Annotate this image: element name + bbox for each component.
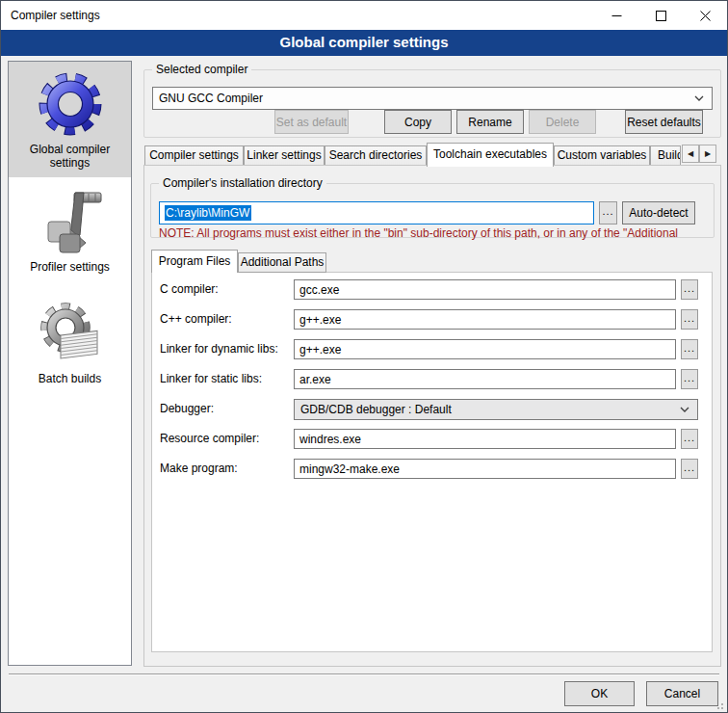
sidebar-item-label: Profiler settings [9,260,131,281]
program-files-tab-strip: Program Files Additional Paths [151,250,536,273]
maximize-button[interactable] [638,1,683,30]
c-compiler-value: gcc.exe [299,283,339,297]
close-button[interactable] [683,1,727,30]
sidebar-item-batch-builds[interactable]: Batch builds [9,285,131,405]
blue-gear-icon [36,69,105,139]
compiler-settings-dialog: Compiler settings Global compiler settin… [0,0,728,713]
minimize-button[interactable] [594,1,638,30]
linker-dynamic-label: Linker for dynamic libs: [160,342,278,356]
cpp-compiler-browse-button[interactable]: ... [681,309,698,330]
resource-compiler-browse-button[interactable]: ... [681,429,698,449]
sidebar-item-label: Batch builds [9,372,131,393]
selected-compiler-legend: Selected compiler [152,63,251,76]
linker-dynamic-browse-button[interactable]: ... [681,339,698,359]
tab-program-files[interactable]: Program Files [151,250,238,273]
selected-compiler-group: Selected compiler GNU GCC Compiler Set a… [143,69,721,138]
sidebar-item-profiler-settings[interactable]: Profiler settings [9,177,131,285]
chevron-down-icon [680,407,689,412]
footer-divider-highlight [9,674,719,675]
close-icon [700,11,711,21]
make-program-value: mingw32-make.exe [299,462,400,476]
c-compiler-browse-button[interactable]: ... [681,279,698,300]
ok-button[interactable]: OK [564,681,635,706]
window-title: Compiler settings [11,1,100,30]
cancel-button[interactable]: Cancel [646,681,718,706]
compiler-select-value: GNU GCC Compiler [159,92,263,105]
caliper-icon [36,187,105,256]
debugger-select[interactable]: GDB/CDB debugger : Default [294,399,698,420]
gear-stack-icon [36,299,105,368]
resource-compiler-value: windres.exe [299,433,361,446]
cpp-compiler-input[interactable]: g++.exe [294,309,676,330]
arrow-left-icon: ◀ [688,149,693,158]
resize-grip[interactable] [714,700,723,709]
tab-compiler-settings[interactable]: Compiler settings [144,145,244,166]
resource-compiler-input[interactable]: windres.exe [294,429,676,449]
tab-toolchain-executables[interactable]: Toolchain executables [427,143,554,167]
delete-button[interactable]: Delete [529,110,596,134]
reset-defaults-button[interactable]: Reset defaults [625,110,703,134]
install-dir-browse-button[interactable]: ... [599,201,617,224]
page-title: Global compiler settings [1,30,727,56]
settings-category-list: Global compiler settings Profiler settin… [8,61,132,666]
linker-dynamic-input[interactable]: g++.exe [294,339,676,359]
tab-scroll-left-button[interactable]: ◀ [682,145,699,163]
copy-button[interactable]: Copy [384,110,452,134]
c-compiler-input[interactable]: gcc.exe [294,279,676,300]
chevron-down-icon [694,95,704,101]
settings-tab-strip: Compiler settings Linker settings Search… [144,143,722,166]
arrow-right-icon: ▶ [705,149,711,158]
make-program-input[interactable]: mingw32-make.exe [294,459,676,479]
tab-build-options[interactable]: Build options [650,145,681,166]
resource-compiler-label: Resource compiler: [160,432,259,445]
linker-static-input[interactable]: ar.exe [294,369,676,389]
install-dir-input[interactable]: C:\raylib\MinGW [159,201,594,224]
install-dir-group: Compiler's installation directory C:\ray… [150,183,715,238]
make-program-browse-button[interactable]: ... [681,459,698,479]
rename-button[interactable]: Rename [456,110,524,134]
minimize-icon [611,11,622,21]
install-dir-note: NOTE: All programs must exist either in … [159,226,710,240]
linker-static-label: Linker for static libs: [160,372,262,385]
install-dir-legend: Compiler's installation directory [159,176,326,190]
linker-static-value: ar.exe [299,373,331,386]
debugger-select-value: GDB/CDB debugger : Default [300,403,452,416]
tab-custom-variables[interactable]: Custom variables [554,145,650,166]
linker-static-browse-button[interactable]: ... [681,369,698,389]
install-dir-value: C:\raylib\MinGW [165,205,251,221]
auto-detect-button[interactable]: Auto-detect [622,201,695,224]
tab-scroll-right-button[interactable]: ▶ [699,145,716,163]
cpp-compiler-value: g++.exe [299,313,341,327]
sidebar-item-global-compiler-settings[interactable]: Global compiler settings [9,62,131,177]
tab-search-directories[interactable]: Search directories [325,145,427,166]
linker-dynamic-value: g++.exe [299,343,341,356]
maximize-icon [656,11,666,21]
compiler-select[interactable]: GNU GCC Compiler [152,87,713,110]
sidebar-item-label: Global compiler settings [9,143,131,177]
title-bar[interactable]: Compiler settings [1,1,727,30]
program-files-page: C compiler: gcc.exe ... C++ compiler: g+… [151,272,713,652]
tab-additional-paths[interactable]: Additional Paths [238,252,326,273]
debugger-label: Debugger: [160,402,214,415]
set-as-default-button[interactable]: Set as default [274,110,349,134]
cpp-compiler-label: C++ compiler: [160,312,232,326]
tab-linker-settings[interactable]: Linker settings [244,145,325,166]
c-compiler-label: C compiler: [160,282,219,296]
make-program-label: Make program: [160,462,238,475]
